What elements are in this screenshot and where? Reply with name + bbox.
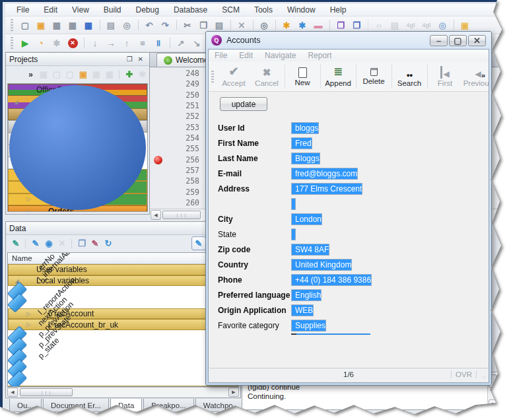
- editor-line[interactable]: 248: [150, 69, 205, 79]
- dialog-toolbar-button[interactable]: Accept: [217, 61, 250, 91]
- jump-back-icon[interactable]: ↘: [189, 36, 204, 50]
- step-over-icon[interactable]: →: [104, 36, 118, 50]
- debug-bug-icon[interactable]: ✱: [50, 36, 64, 50]
- scroll-left-icon[interactable]: ◀: [151, 210, 161, 220]
- update-button[interactable]: update: [220, 97, 267, 111]
- close-button[interactable]: ✕: [468, 35, 486, 46]
- step-into-icon[interactable]: ↓: [88, 36, 102, 50]
- expander-icon[interactable]: ▷: [24, 209, 33, 212]
- print-icon[interactable]: ▤: [104, 18, 118, 32]
- save-all-icon[interactable]: ▦: [81, 18, 96, 32]
- add-global-watch-icon[interactable]: ◉: [42, 237, 55, 250]
- compile-4gl-icon[interactable]: 4gl: [403, 18, 418, 32]
- open-icon[interactable]: ▣: [34, 18, 48, 32]
- bottom-tab[interactable]: Ou...: [9, 399, 42, 412]
- workspace-folder-icon[interactable]: ▣: [458, 18, 472, 32]
- menu-item[interactable]: Edit: [36, 4, 65, 17]
- build-all-icon[interactable]: ✱: [295, 18, 310, 32]
- editor-line[interactable]: 249: [150, 79, 205, 90]
- editor-line[interactable]: 250: [150, 90, 205, 101]
- origin-application-field[interactable]: WEB ▼: [291, 304, 314, 316]
- scrollbar-thumb[interactable]: ❘❘❘: [20, 388, 73, 396]
- maximize-button[interactable]: ▢: [449, 35, 467, 46]
- delete-watch-icon[interactable]: ✕: [55, 237, 69, 250]
- menu-item[interactable]: Window: [280, 4, 323, 17]
- run-icon[interactable]: ▶: [18, 36, 32, 50]
- stop-icon[interactable]: ✕: [65, 36, 80, 50]
- minimize-button[interactable]: –: [430, 35, 448, 46]
- editor-line[interactable]: 252: [150, 112, 205, 122]
- refresh-icon[interactable]: ↻: [102, 237, 115, 250]
- menu-item[interactable]: File: [209, 51, 233, 60]
- open-folder-icon[interactable]: ▣: [77, 68, 90, 81]
- run-to-line-icon[interactable]: ≡: [135, 36, 150, 50]
- scroll-down-icon[interactable]: ▼: [489, 400, 496, 408]
- overflow-chevron-icon[interactable]: »: [481, 71, 485, 79]
- editor-line[interactable]: 251: [150, 101, 205, 112]
- country-select[interactable]: United Kingdom ▼: [291, 259, 352, 271]
- breakpoint-icon[interactable]: [154, 156, 162, 164]
- first-name-field[interactable]: Fred ▼: [291, 137, 312, 149]
- cut-icon[interactable]: ✂: [180, 18, 195, 32]
- new-group-icon[interactable]: ▢: [50, 68, 63, 81]
- menu-item[interactable]: Debug: [129, 4, 166, 17]
- paste-icon[interactable]: ▤: [212, 18, 226, 32]
- save-as-icon[interactable]: ▦: [65, 18, 80, 32]
- pause-icon[interactable]: ‖: [151, 36, 166, 50]
- menu-item[interactable]: Report: [302, 51, 337, 60]
- editor-line[interactable]: 258: [150, 176, 205, 187]
- menu-item[interactable]: View: [65, 4, 96, 17]
- link-files-icon[interactable]: ▦: [37, 68, 50, 81]
- expander-icon[interactable]: ◢: [12, 99, 20, 105]
- bottom-tab[interactable]: Data: [110, 399, 142, 412]
- add-file-icon[interactable]: ✚: [123, 68, 136, 81]
- zip-code-field[interactable]: SW4 8AF ▼: [291, 244, 329, 256]
- overflow-chevron-icon[interactable]: »: [24, 70, 37, 79]
- set-next-statement-icon[interactable]: ↗: [174, 36, 188, 50]
- editor-line[interactable]: 257: [150, 166, 205, 176]
- form-preview-icon[interactable]: ◎: [435, 18, 450, 32]
- user-id-field[interactable]: bloggs ▼: [291, 122, 319, 134]
- toolbar-grip[interactable]: [11, 37, 13, 49]
- step-out-icon[interactable]: ↑: [119, 36, 134, 50]
- edit-value-icon[interactable]: ✎: [88, 237, 102, 250]
- undo-icon[interactable]: ↶: [142, 18, 156, 32]
- dialog-toolbar-button[interactable]: New: [286, 61, 319, 91]
- editor-line[interactable]: 259: [150, 188, 205, 198]
- save-icon[interactable]: ▦: [50, 18, 64, 32]
- build-icon[interactable]: ✱: [279, 18, 294, 32]
- bottom-tab[interactable]: Watchpo...: [195, 399, 248, 412]
- find-in-files-icon[interactable]: ◎: [257, 18, 271, 32]
- dialog-toolbar-button[interactable]: Search: [393, 61, 426, 91]
- email-field[interactable]: fred@bloggs.com ▼: [291, 168, 358, 180]
- dialog-toolbar-button[interactable]: First: [428, 61, 461, 91]
- menu-item[interactable]: Help: [323, 4, 354, 17]
- add-watch-icon[interactable]: ✎: [29, 237, 42, 250]
- editor-line[interactable]: 253: [150, 123, 205, 133]
- redo-icon[interactable]: ↷: [158, 18, 172, 32]
- copy-value-icon[interactable]: ❐: [75, 237, 88, 250]
- menu-item[interactable]: Edit: [233, 51, 259, 60]
- address2-field[interactable]: ▼: [291, 198, 296, 210]
- dialog-title-bar[interactable]: Q Accounts –▢✕: [206, 32, 491, 49]
- open-module-icon[interactable]: ❐: [349, 18, 364, 32]
- editor-line[interactable]: 254: [150, 133, 205, 144]
- menu-item[interactable]: Tools: [247, 4, 280, 17]
- application-node-icon[interactable]: ✱: [136, 68, 149, 81]
- resize-grip-icon[interactable]: ∵: [483, 375, 487, 380]
- new-module-icon[interactable]: ❐: [333, 18, 348, 32]
- delete-icon[interactable]: ✕: [234, 18, 249, 32]
- menu-item[interactable]: Database: [166, 4, 215, 17]
- tree-item[interactable]: Account.4prg: [8, 157, 37, 168]
- profile-icon[interactable]: ◔: [34, 36, 48, 50]
- last-name-field[interactable]: Bloggs ▼: [291, 153, 320, 164]
- dialog-toolbar-button[interactable]: Append: [322, 61, 355, 91]
- copy-icon[interactable]: ❐: [196, 18, 211, 32]
- menu-item[interactable]: SCM: [215, 4, 247, 17]
- close-panel-icon[interactable]: ✕: [135, 55, 146, 63]
- clean-icon[interactable]: ▬: [311, 18, 325, 32]
- editor-line[interactable]: 255: [150, 144, 205, 155]
- new-file-icon[interactable]: ▢: [18, 18, 32, 32]
- new-virtual-folder-icon[interactable]: ▢: [63, 68, 77, 81]
- dialog-toolbar-button[interactable]: Delete: [357, 61, 390, 91]
